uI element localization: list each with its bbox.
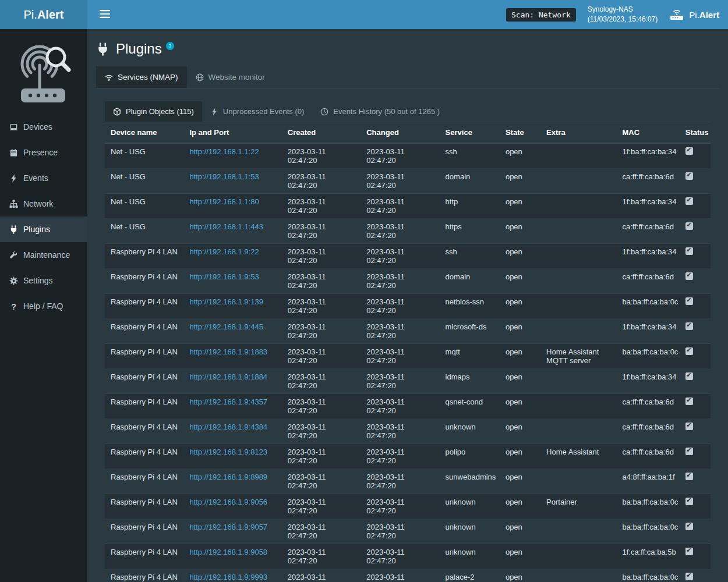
sidebar-item-label: Presence bbox=[23, 148, 58, 157]
service-cell: qsnet-cond bbox=[440, 394, 500, 419]
service-cell: palace-2 bbox=[440, 569, 500, 582]
subtab-events-history[interactable]: Events History (50 out of 1265 ) bbox=[312, 101, 448, 122]
status-checkbox[interactable] bbox=[685, 423, 693, 430]
status-checkbox[interactable] bbox=[685, 297, 693, 305]
column-header-extra[interactable]: Extra bbox=[540, 122, 616, 143]
column-header-mac[interactable]: MAC bbox=[616, 122, 679, 143]
status-checkbox[interactable] bbox=[685, 448, 693, 455]
extra-cell bbox=[540, 219, 616, 244]
status-checkbox[interactable] bbox=[685, 498, 693, 505]
status-checkbox[interactable] bbox=[685, 398, 693, 405]
status-cell bbox=[680, 169, 711, 194]
sidebar-item-devices[interactable]: Devices bbox=[0, 114, 87, 140]
ip-port-link[interactable]: http://192.168.1.1:443 bbox=[189, 222, 263, 231]
status-checkbox[interactable] bbox=[685, 573, 693, 580]
status-checkbox[interactable] bbox=[685, 322, 693, 330]
sidebar-item-settings[interactable]: Settings bbox=[0, 268, 87, 293]
status-checkbox[interactable] bbox=[685, 197, 693, 205]
ip-port-link[interactable]: http://192.168.1.9:445 bbox=[189, 322, 263, 331]
ip-port-link[interactable]: http://192.168.1.9:139 bbox=[189, 297, 263, 306]
sidebar-toggle-button[interactable] bbox=[96, 6, 114, 23]
ip-port-link[interactable]: http://192.168.1.9:8123 bbox=[189, 448, 267, 456]
ip-port-link[interactable]: http://192.168.1.9:4357 bbox=[189, 398, 267, 406]
column-header-status[interactable]: Status bbox=[680, 122, 711, 143]
ip-port-link[interactable]: http://192.168.1.9:1883 bbox=[189, 347, 267, 356]
page-header: Plugins ? bbox=[87, 29, 728, 64]
extra-cell bbox=[540, 194, 616, 219]
tab-website-monitor[interactable]: Website monitor bbox=[187, 66, 274, 88]
changed-cell: 2023-03-11 02:47:20 bbox=[361, 494, 439, 519]
ip-port-link[interactable]: http://192.168.1.9:9056 bbox=[189, 498, 267, 506]
status-checkbox[interactable] bbox=[685, 548, 693, 555]
created-cell: 2023-03-11 02:47:20 bbox=[282, 569, 361, 582]
status-checkbox[interactable] bbox=[685, 222, 693, 230]
ip-port-link[interactable]: http://192.168.1.9:8989 bbox=[189, 473, 267, 481]
sidebar-item-presence[interactable]: Presence bbox=[0, 140, 87, 165]
state-cell: open bbox=[500, 394, 540, 419]
ip-port-link[interactable]: http://192.168.1.9:4384 bbox=[189, 423, 267, 431]
navbar-brand[interactable]: Pi.Alert bbox=[669, 8, 719, 21]
subtab-unprocessed-events[interactable]: Unprocessed Events (0) bbox=[202, 101, 312, 122]
status-checkbox[interactable] bbox=[685, 347, 693, 355]
wrench-icon bbox=[9, 251, 18, 260]
status-checkbox[interactable] bbox=[685, 172, 693, 180]
help-badge[interactable]: ? bbox=[166, 42, 174, 50]
column-header-service[interactable]: Service bbox=[440, 122, 500, 143]
ip-port-cell: http://192.168.1.9:22 bbox=[183, 244, 281, 269]
ip-port-link[interactable]: http://192.168.1.9:9057 bbox=[189, 523, 267, 531]
status-checkbox[interactable] bbox=[685, 372, 693, 380]
table-row: Net - USGhttp://192.168.1.1:4432023-03-1… bbox=[105, 219, 711, 244]
ip-port-link[interactable]: http://192.168.1.9:1884 bbox=[189, 372, 267, 381]
ip-port-link[interactable]: http://192.168.1.9:22 bbox=[189, 247, 259, 256]
column-header-ip-and-port[interactable]: Ip and Port bbox=[183, 122, 281, 143]
ip-port-link[interactable]: http://192.168.1.9:9058 bbox=[189, 548, 267, 556]
plug-icon bbox=[9, 225, 18, 234]
app-logo[interactable]: Pi.Alert bbox=[0, 0, 87, 29]
ip-port-cell: http://192.168.1.9:9056 bbox=[183, 494, 281, 519]
status-cell bbox=[680, 219, 711, 244]
device-name-cell: Net - USG bbox=[105, 169, 183, 194]
device-name-cell: Raspberry Pi 4 LAN bbox=[105, 394, 183, 419]
created-cell: 2023-03-11 02:47:20 bbox=[282, 494, 361, 519]
ip-port-link[interactable]: http://192.168.1.9:9993 bbox=[189, 573, 267, 581]
status-checkbox[interactable] bbox=[685, 473, 693, 480]
column-header-state[interactable]: State bbox=[500, 122, 540, 143]
ip-port-link[interactable]: http://192.168.1.1:22 bbox=[189, 147, 259, 156]
subtab-plugin-objects[interactable]: Plugin Objects (115) bbox=[105, 101, 202, 122]
changed-cell: 2023-03-11 02:47:20 bbox=[361, 294, 439, 319]
service-cell: domain bbox=[440, 269, 500, 294]
device-name-cell: Raspberry Pi 4 LAN bbox=[105, 344, 183, 369]
device-name-cell: Raspberry Pi 4 LAN bbox=[105, 419, 183, 444]
host-name: Synology-NAS bbox=[588, 5, 658, 15]
status-checkbox[interactable] bbox=[685, 523, 693, 530]
hamburger-icon bbox=[100, 10, 110, 20]
bolt-icon bbox=[9, 174, 18, 183]
created-cell: 2023-03-11 02:47:20 bbox=[282, 219, 361, 244]
column-header-created[interactable]: Created bbox=[282, 122, 361, 143]
ip-port-link[interactable]: http://192.168.1.1:53 bbox=[189, 172, 259, 181]
sitemap-icon bbox=[9, 200, 18, 208]
sidebar-item-events[interactable]: Events bbox=[0, 165, 87, 191]
column-header-device-name[interactable]: Device name bbox=[105, 122, 183, 143]
status-checkbox[interactable] bbox=[685, 147, 693, 155]
pialert-logo-graphic bbox=[0, 29, 87, 114]
status-checkbox[interactable] bbox=[685, 272, 693, 280]
sidebar-item-maintenance[interactable]: Maintenance bbox=[0, 242, 87, 268]
changed-cell: 2023-03-11 02:47:20 bbox=[361, 269, 439, 294]
tab-services-nmap[interactable]: Services (NMAP) bbox=[96, 66, 187, 88]
sidebar: Devices Presence Events Network Plugins … bbox=[0, 29, 87, 582]
ip-port-cell: http://192.168.1.9:9057 bbox=[183, 519, 281, 544]
service-cell: mqtt bbox=[440, 344, 500, 369]
sidebar-item-help-faq[interactable]: ? Help / FAQ bbox=[0, 293, 87, 319]
ip-port-link[interactable]: http://192.168.1.9:53 bbox=[189, 272, 259, 281]
status-checkbox[interactable] bbox=[685, 247, 693, 255]
service-cell: unknown bbox=[440, 544, 500, 569]
state-cell: open bbox=[500, 469, 540, 494]
column-header-changed[interactable]: Changed bbox=[361, 122, 439, 143]
sidebar-item-plugins[interactable]: Plugins bbox=[0, 217, 87, 242]
main-content: Plugins ? Services (NMAP) Website monito… bbox=[87, 0, 728, 582]
created-cell: 2023-03-11 02:47:20 bbox=[282, 444, 361, 469]
sidebar-item-network[interactable]: Network bbox=[0, 191, 87, 217]
extra-cell bbox=[540, 569, 616, 582]
ip-port-link[interactable]: http://192.168.1.1:80 bbox=[189, 197, 259, 206]
